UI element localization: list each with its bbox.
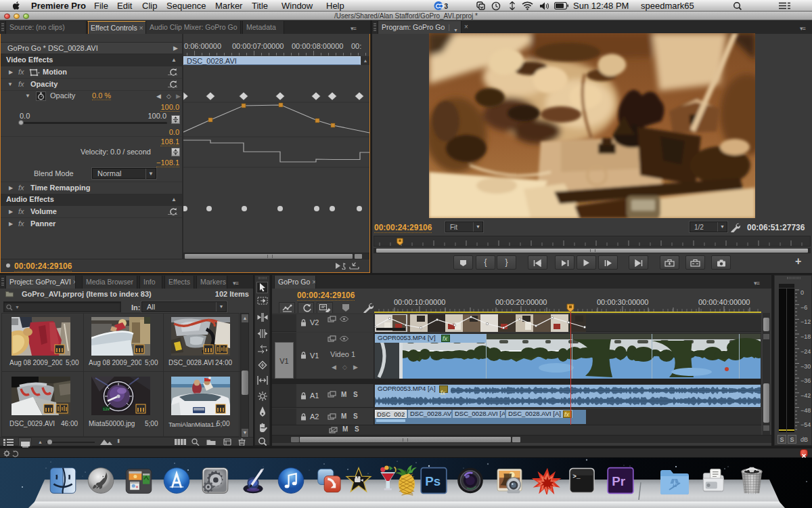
svg-text:fx: fx [441, 389, 446, 396]
svg-text:>_: >_ [572, 473, 581, 480]
svg-text:fx: fx [443, 335, 448, 341]
svg-text:fx: fx [564, 411, 570, 417]
svg-text:Pr: Pr [612, 474, 626, 488]
svg-text:3: 3 [445, 3, 449, 10]
svg-text:Ps: Ps [425, 474, 441, 488]
svg-text:128: 128 [103, 407, 110, 412]
